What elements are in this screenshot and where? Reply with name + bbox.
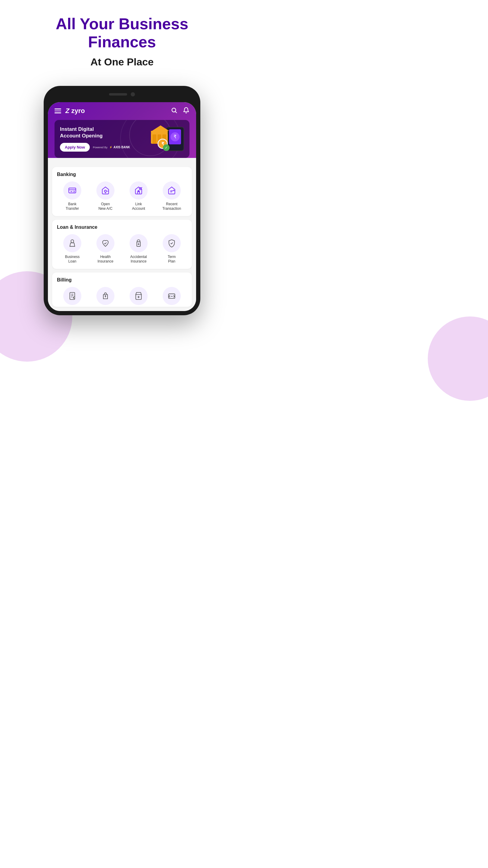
check-badge: ✓ [163,144,170,151]
nav-right [171,107,190,115]
banner-left: Instant DigitalAccount Opening Apply Now… [60,126,151,152]
term-plan-icon-circle [163,234,181,252]
svg-point-5 [104,190,107,192]
bank-transfer-item[interactable]: BankTransfer [57,181,88,211]
order-icon-circle [130,287,148,305]
link-account-item[interactable]: LinkAccount [123,181,154,211]
notch-camera [131,92,135,96]
business-loan-icon [68,239,76,247]
banking-section: Banking [52,167,192,216]
nav-left: Z zyro [55,107,85,115]
recent-transaction-item[interactable]: RecentTransaction [156,181,187,211]
app-banner: Instant DigitalAccount Opening Apply Now… [55,120,190,158]
loan-insurance-title: Loan & Insurance [57,224,187,230]
accidental-insurance-icon [134,239,143,247]
phone-wrapper: Z zyro [44,86,200,315]
bank-transfer-icon-circle [63,181,82,199]
app-content: Banking [48,163,196,311]
accidental-insurance-item[interactable]: AccidentalInsurance [123,234,154,264]
transfer-icon [167,292,176,300]
logo-text: zyro [71,107,85,115]
term-plan-label: TermPlan [168,255,176,264]
health-insurance-item[interactable]: HealthInsurance [90,234,121,264]
hero-title: All Your Business Finances [12,15,232,51]
loan-insurance-section: Loan & Insurance BusinessLoan [52,220,192,269]
health-insurance-icon [101,239,110,247]
notch-pill [109,93,127,96]
link-account-icon-circle [130,181,148,199]
order-item[interactable] [123,287,154,305]
logo-area: Z zyro [65,107,85,115]
app-nav: Z zyro [55,107,190,115]
banner-cta-row: Apply Now Powered By ⚡ AXIS BANK [60,143,151,152]
business-loan-icon-circle [63,234,82,252]
transfer-billing-item[interactable] [156,287,187,305]
hamburger-menu[interactable] [55,108,61,113]
link-account-icon [134,186,143,195]
app-header: Z zyro [48,102,196,158]
hero-section: All Your Business Finances At One Place [0,0,244,77]
svg-rect-2 [69,188,76,193]
logo-z-icon: Z [65,107,69,115]
recent-transaction-label: RecentTransaction [162,202,181,211]
bill-icon-circle [63,287,82,305]
recent-transaction-icon [167,186,176,195]
apply-now-button[interactable]: Apply Now [60,143,90,152]
bank-roof [152,125,169,131]
powered-by: Powered By ⚡ AXIS BANK [93,146,130,149]
business-loan-item[interactable]: BusinessLoan [57,234,88,264]
billing-title: Billing [57,277,187,283]
bill-icon [68,292,76,300]
upload-billing-item[interactable] [90,287,121,305]
open-account-icon-circle [96,181,115,199]
upload-icon [101,292,110,300]
open-account-icon [101,186,110,195]
health-insurance-label: HealthInsurance [98,255,113,264]
powered-text: Powered By [93,146,107,149]
phone-screen: Z zyro [48,102,196,311]
svg-line-1 [175,112,176,113]
bank-illustration: ₹ [151,125,184,153]
term-plan-item[interactable]: TermPlan [156,234,187,264]
health-insurance-icon-circle [96,234,115,252]
banking-grid: BankTransfer [57,181,187,211]
bank-transfer-label: BankTransfer [66,202,79,211]
term-plan-icon [167,239,176,247]
billing-grid [57,287,187,305]
accidental-insurance-icon-circle [130,234,148,252]
recent-transaction-icon-circle [163,181,181,199]
axis-bank-logo: AXIS BANK [113,146,130,149]
open-account-label: OpenNew A/C [98,202,113,211]
bill-item[interactable] [57,287,88,305]
search-icon[interactable] [171,107,177,115]
bank-transfer-icon [68,186,76,195]
transfer-icon-circle [163,287,181,305]
banner-title: Instant DigitalAccount Opening [60,126,151,139]
billing-section: Billing [52,273,192,307]
phone-notch-area [48,90,196,102]
business-loan-label: BusinessLoan [65,255,80,264]
order-icon [134,292,143,300]
phone-notch [101,90,143,98]
banner-right: ₹ [151,125,184,153]
hero-subtitle: At One Place [12,56,232,68]
bank-top [151,131,168,133]
upload-icon-circle [96,287,115,305]
phone-frame: Z zyro [44,86,200,315]
svg-line-10 [141,187,142,188]
banking-title: Banking [57,172,187,177]
open-account-item[interactable]: OpenNew A/C [90,181,121,211]
link-account-label: LinkAccount [132,202,145,211]
loan-insurance-grid: BusinessLoan HealthInsurance [57,234,187,264]
accidental-insurance-label: AccidentalInsurance [130,255,147,264]
notification-icon[interactable] [183,107,190,115]
